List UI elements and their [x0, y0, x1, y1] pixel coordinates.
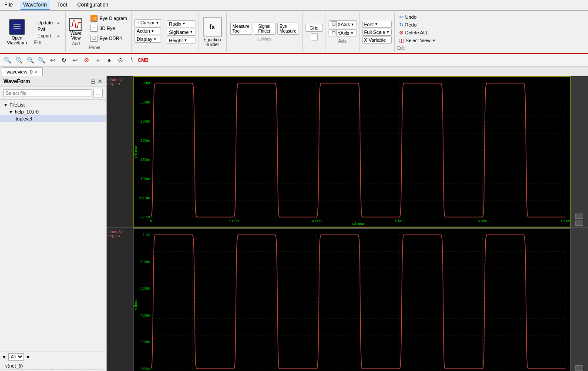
- zoom-in-btn[interactable]: 🔍: [3, 55, 12, 65]
- radix-dropdown[interactable]: Radix ▼: [167, 20, 195, 27]
- menu-file[interactable]: File: [2, 1, 15, 10]
- redo-btn[interactable]: ↻ Redo: [397, 21, 437, 28]
- open-waveform-label: OpenWaveform: [7, 36, 27, 45]
- pan-btn[interactable]: ↩: [71, 55, 80, 65]
- sidebar-title: WaveForm: [3, 78, 30, 84]
- signame-dropdown[interactable]: SigName ▼: [167, 29, 195, 36]
- add-btn[interactable]: +: [93, 55, 103, 65]
- grid-btn[interactable]: Grid: [306, 24, 323, 32]
- tree-toplevel[interactable]: toplevel: [0, 115, 106, 122]
- delete-all-btn[interactable]: ⊗ Delete ALL: [397, 29, 437, 36]
- cmb-btn[interactable]: CMB: [138, 55, 148, 65]
- grid-icon: [311, 33, 318, 40]
- panel-group-label: Panel: [89, 45, 129, 50]
- eye-ddr4-icon: ☐: [91, 35, 97, 42]
- search-bar: ...: [0, 87, 106, 100]
- file-export-btn[interactable]: Export ▲: [34, 33, 64, 39]
- tree-filelist[interactable]: ▼ FileList: [0, 101, 106, 108]
- cursor-group: + Cursor ▼ Action ▼ Display ▼: [132, 12, 164, 52]
- eye-ddr4-btn[interactable]: ☐ Eye DDR4: [89, 34, 129, 42]
- chart1-scroll-right[interactable]: [575, 221, 583, 226]
- menu-configuration[interactable]: Configuration: [75, 1, 111, 10]
- sidebar-header: WaveForm ⊟ ✕: [0, 76, 106, 87]
- chart-panel-1: v(net_5) help_10: [107, 76, 588, 228]
- chart2-signal-name: v(net_8): [108, 230, 122, 234]
- file-tree: ▼ FileList ▼ help_10.tr0 toplevel: [0, 100, 106, 351]
- zoom-select-btn[interactable]: 🔍: [37, 55, 46, 65]
- measure-tool-btn[interactable]: MeasureTool: [230, 23, 252, 35]
- filter-select[interactable]: All: [8, 353, 24, 361]
- action-dropdown[interactable]: Action ▼: [134, 27, 161, 34]
- line-btn[interactable]: \: [127, 55, 137, 65]
- eye-diagram-btn[interactable]: ◻ Eye Diagram: [89, 14, 129, 22]
- delete-all-label: Delete ALL: [405, 30, 429, 35]
- eye-ddr4-label: Eye DDR4: [99, 36, 122, 41]
- 3d-eye-btn[interactable]: ≡ 3D Eye: [89, 24, 129, 32]
- 3d-eye-icon: ≡: [91, 25, 97, 32]
- font-dropdown[interactable]: Font ▼: [362, 21, 392, 28]
- file-pwl-btn[interactable]: Pwl: [34, 26, 64, 32]
- select-view-label: Select View: [406, 38, 430, 43]
- xaxis-dropdown[interactable]: ☐ XAxis ▼: [329, 20, 356, 28]
- x-variable-dropdown[interactable]: X Variable: [362, 37, 392, 43]
- waveform-area: v(net_5) help_10 v(net_8) help_10: [107, 76, 588, 371]
- edit-group-label: Edit: [397, 46, 437, 50]
- file-update-btn[interactable]: Update ▲: [34, 20, 64, 26]
- signal-vnet5[interactable]: v(net_5): [2, 362, 104, 370]
- full-scale-dropdown[interactable]: Full Scale ▼: [362, 29, 392, 36]
- sidebar-dock-icon[interactable]: ⊟: [91, 78, 96, 85]
- cursor-dropdown[interactable]: + Cursor ▼: [134, 19, 161, 26]
- yaxis-dropdown[interactable]: ☐ YAxis ▼: [329, 29, 356, 37]
- undo-btn[interactable]: ↩ Undo: [397, 13, 437, 20]
- signal-list: v(net_5) v(net_8): [2, 362, 104, 371]
- menu-tool[interactable]: Tool: [55, 1, 70, 10]
- chart2-file-name: help_10: [108, 234, 120, 238]
- tab-close-icon[interactable]: ✕: [34, 70, 38, 74]
- chart2-label-col: v(net_8) help_10: [107, 228, 133, 371]
- menu-bar: File Waveform Tool Configuration: [0, 0, 588, 11]
- zoom-out-btn[interactable]: 🔍: [14, 55, 24, 65]
- equation-builder-btn[interactable]: fx: [203, 17, 222, 37]
- delete-icon: ⊗: [399, 30, 403, 36]
- search-more-btn[interactable]: ...: [93, 89, 103, 97]
- redo-zoom-btn[interactable]: ↻: [59, 55, 69, 65]
- sidebar-filter: ▼ All ▼: [2, 353, 104, 361]
- chart1-label-col: v(net_5) help_10: [107, 76, 133, 227]
- filelist-arrow-icon: ▼: [3, 103, 8, 107]
- sidebar-close-icon[interactable]: ✕: [97, 78, 103, 85]
- file-icon: [9, 19, 25, 35]
- stop-btn[interactable]: ⊗: [82, 55, 91, 65]
- chart2-canvas[interactable]: [133, 228, 571, 371]
- toplevel-label: toplevel: [16, 116, 32, 121]
- height-dropdown[interactable]: Height ▼: [167, 37, 195, 44]
- search-input[interactable]: [3, 89, 91, 97]
- eye-measure-btn[interactable]: EyeMeasure: [277, 23, 299, 35]
- chart1-scroll: [571, 76, 588, 227]
- wave-view-group[interactable]: WaveView Add: [66, 12, 86, 52]
- equation-builder-group: fx EquationBuilder: [198, 12, 227, 52]
- select-view-btn[interactable]: ◫ Select View ▼: [397, 37, 437, 44]
- utilities-label: Utilities: [257, 37, 271, 41]
- zoom-fit-btn[interactable]: 🔍: [25, 55, 35, 65]
- menu-waveform[interactable]: Waveform: [20, 1, 49, 10]
- signal-finder-btn[interactable]: SignalFinder: [254, 23, 276, 35]
- chart2-scroll-left[interactable]: [575, 365, 583, 371]
- waveview-tab[interactable]: waveview_0 ✕: [2, 67, 43, 76]
- wave-view-label: WaveView: [71, 31, 81, 40]
- circle-btn[interactable]: ⊙: [116, 55, 125, 65]
- undo-icon: ↩: [399, 14, 403, 20]
- open-waveform-btn[interactable]: OpenWaveform: [2, 12, 32, 52]
- display-dropdown[interactable]: Display ▼: [134, 36, 161, 43]
- file-menu-group: Update ▲ Pwl Export ▲ File: [32, 12, 66, 52]
- eye-diagram-icon: ◻: [91, 15, 97, 22]
- eye-diagram-label: Eye Diagram: [99, 16, 127, 21]
- tree-help10[interactable]: ▼ help_10.tr0: [0, 108, 106, 115]
- font-group: Font ▼ Full Scale ▼ X Variable: [360, 12, 395, 52]
- marker-btn[interactable]: ●: [104, 55, 114, 65]
- svg-rect-3: [13, 28, 20, 29]
- chart1-canvas[interactable]: [133, 76, 571, 227]
- wave-view-icon: [69, 18, 82, 31]
- panel-group: ◻ Eye Diagram ≡ 3D Eye ☐ Eye DDR4 Panel: [86, 12, 132, 52]
- undo-zoom-btn[interactable]: ↩: [48, 55, 57, 65]
- chart1-scroll-left[interactable]: [575, 214, 583, 219]
